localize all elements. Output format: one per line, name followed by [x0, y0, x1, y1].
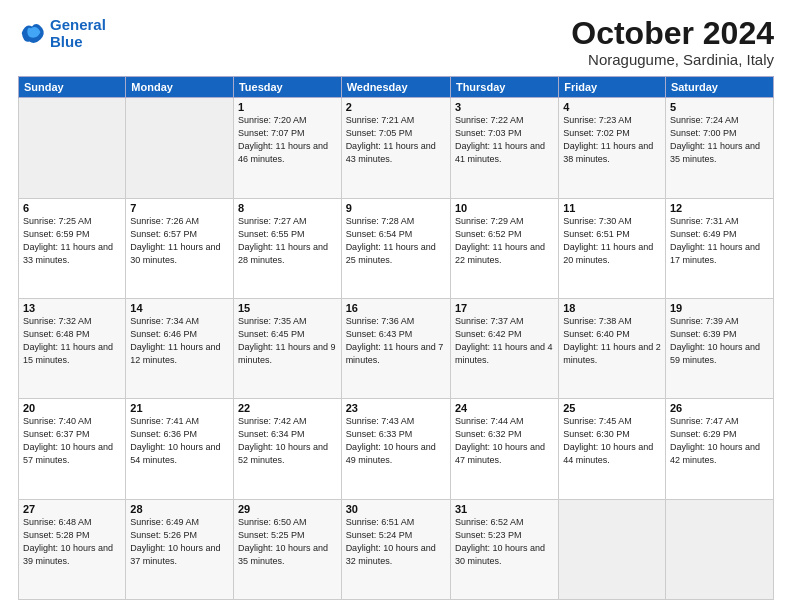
calendar-week-row: 6Sunrise: 7:25 AM Sunset: 6:59 PM Daylig… — [19, 198, 774, 298]
calendar-cell — [19, 98, 126, 198]
day-info: Sunrise: 7:43 AM Sunset: 6:33 PM Dayligh… — [346, 415, 446, 467]
calendar-week-row: 27Sunrise: 6:48 AM Sunset: 5:28 PM Dayli… — [19, 499, 774, 599]
day-number: 14 — [130, 302, 229, 314]
day-number: 8 — [238, 202, 337, 214]
day-info: Sunrise: 7:22 AM Sunset: 7:03 PM Dayligh… — [455, 114, 554, 166]
weekday-header: Wednesday — [341, 77, 450, 98]
day-number: 7 — [130, 202, 229, 214]
day-info: Sunrise: 7:34 AM Sunset: 6:46 PM Dayligh… — [130, 315, 229, 367]
title-block: October 2024 Noragugume, Sardinia, Italy — [571, 16, 774, 68]
calendar-cell: 19Sunrise: 7:39 AM Sunset: 6:39 PM Dayli… — [665, 298, 773, 398]
location-title: Noragugume, Sardinia, Italy — [571, 51, 774, 68]
day-number: 23 — [346, 402, 446, 414]
calendar-cell: 31Sunrise: 6:52 AM Sunset: 5:23 PM Dayli… — [450, 499, 558, 599]
day-info: Sunrise: 7:24 AM Sunset: 7:00 PM Dayligh… — [670, 114, 769, 166]
day-info: Sunrise: 7:29 AM Sunset: 6:52 PM Dayligh… — [455, 215, 554, 267]
day-number: 11 — [563, 202, 661, 214]
day-number: 13 — [23, 302, 121, 314]
day-info: Sunrise: 6:48 AM Sunset: 5:28 PM Dayligh… — [23, 516, 121, 568]
day-info: Sunrise: 6:50 AM Sunset: 5:25 PM Dayligh… — [238, 516, 337, 568]
calendar-cell: 24Sunrise: 7:44 AM Sunset: 6:32 PM Dayli… — [450, 399, 558, 499]
weekday-header: Friday — [559, 77, 666, 98]
day-number: 16 — [346, 302, 446, 314]
day-number: 24 — [455, 402, 554, 414]
calendar-cell: 15Sunrise: 7:35 AM Sunset: 6:45 PM Dayli… — [233, 298, 341, 398]
day-number: 18 — [563, 302, 661, 314]
day-info: Sunrise: 7:41 AM Sunset: 6:36 PM Dayligh… — [130, 415, 229, 467]
calendar-week-row: 1Sunrise: 7:20 AM Sunset: 7:07 PM Daylig… — [19, 98, 774, 198]
day-number: 15 — [238, 302, 337, 314]
day-number: 2 — [346, 101, 446, 113]
calendar-cell: 22Sunrise: 7:42 AM Sunset: 6:34 PM Dayli… — [233, 399, 341, 499]
day-info: Sunrise: 7:36 AM Sunset: 6:43 PM Dayligh… — [346, 315, 446, 367]
day-info: Sunrise: 7:20 AM Sunset: 7:07 PM Dayligh… — [238, 114, 337, 166]
day-number: 21 — [130, 402, 229, 414]
day-number: 26 — [670, 402, 769, 414]
calendar-cell — [665, 499, 773, 599]
calendar-cell: 14Sunrise: 7:34 AM Sunset: 6:46 PM Dayli… — [126, 298, 234, 398]
calendar-cell: 23Sunrise: 7:43 AM Sunset: 6:33 PM Dayli… — [341, 399, 450, 499]
calendar-table: SundayMondayTuesdayWednesdayThursdayFrid… — [18, 76, 774, 600]
day-number: 22 — [238, 402, 337, 414]
day-info: Sunrise: 7:39 AM Sunset: 6:39 PM Dayligh… — [670, 315, 769, 367]
day-number: 31 — [455, 503, 554, 515]
day-info: Sunrise: 7:35 AM Sunset: 6:45 PM Dayligh… — [238, 315, 337, 367]
calendar-cell: 2Sunrise: 7:21 AM Sunset: 7:05 PM Daylig… — [341, 98, 450, 198]
calendar-cell: 16Sunrise: 7:36 AM Sunset: 6:43 PM Dayli… — [341, 298, 450, 398]
calendar-cell: 10Sunrise: 7:29 AM Sunset: 6:52 PM Dayli… — [450, 198, 558, 298]
calendar-cell: 30Sunrise: 6:51 AM Sunset: 5:24 PM Dayli… — [341, 499, 450, 599]
day-info: Sunrise: 7:45 AM Sunset: 6:30 PM Dayligh… — [563, 415, 661, 467]
day-info: Sunrise: 7:28 AM Sunset: 6:54 PM Dayligh… — [346, 215, 446, 267]
calendar-cell: 5Sunrise: 7:24 AM Sunset: 7:00 PM Daylig… — [665, 98, 773, 198]
day-info: Sunrise: 6:49 AM Sunset: 5:26 PM Dayligh… — [130, 516, 229, 568]
calendar-cell: 12Sunrise: 7:31 AM Sunset: 6:49 PM Dayli… — [665, 198, 773, 298]
day-info: Sunrise: 7:40 AM Sunset: 6:37 PM Dayligh… — [23, 415, 121, 467]
day-info: Sunrise: 7:32 AM Sunset: 6:48 PM Dayligh… — [23, 315, 121, 367]
calendar-cell: 8Sunrise: 7:27 AM Sunset: 6:55 PM Daylig… — [233, 198, 341, 298]
day-info: Sunrise: 7:25 AM Sunset: 6:59 PM Dayligh… — [23, 215, 121, 267]
day-number: 12 — [670, 202, 769, 214]
day-number: 30 — [346, 503, 446, 515]
month-title: October 2024 — [571, 16, 774, 51]
weekday-header-row: SundayMondayTuesdayWednesdayThursdayFrid… — [19, 77, 774, 98]
calendar-cell — [126, 98, 234, 198]
day-number: 10 — [455, 202, 554, 214]
day-number: 3 — [455, 101, 554, 113]
calendar-week-row: 13Sunrise: 7:32 AM Sunset: 6:48 PM Dayli… — [19, 298, 774, 398]
day-number: 5 — [670, 101, 769, 113]
day-info: Sunrise: 6:51 AM Sunset: 5:24 PM Dayligh… — [346, 516, 446, 568]
calendar-cell: 11Sunrise: 7:30 AM Sunset: 6:51 PM Dayli… — [559, 198, 666, 298]
weekday-header: Saturday — [665, 77, 773, 98]
calendar-cell: 6Sunrise: 7:25 AM Sunset: 6:59 PM Daylig… — [19, 198, 126, 298]
calendar-cell: 13Sunrise: 7:32 AM Sunset: 6:48 PM Dayli… — [19, 298, 126, 398]
day-number: 28 — [130, 503, 229, 515]
weekday-header: Monday — [126, 77, 234, 98]
calendar-cell: 29Sunrise: 6:50 AM Sunset: 5:25 PM Dayli… — [233, 499, 341, 599]
day-number: 4 — [563, 101, 661, 113]
calendar-cell: 20Sunrise: 7:40 AM Sunset: 6:37 PM Dayli… — [19, 399, 126, 499]
day-info: Sunrise: 7:37 AM Sunset: 6:42 PM Dayligh… — [455, 315, 554, 367]
calendar-cell — [559, 499, 666, 599]
calendar-cell: 18Sunrise: 7:38 AM Sunset: 6:40 PM Dayli… — [559, 298, 666, 398]
calendar-cell: 25Sunrise: 7:45 AM Sunset: 6:30 PM Dayli… — [559, 399, 666, 499]
day-info: Sunrise: 7:38 AM Sunset: 6:40 PM Dayligh… — [563, 315, 661, 367]
calendar-cell: 1Sunrise: 7:20 AM Sunset: 7:07 PM Daylig… — [233, 98, 341, 198]
day-number: 17 — [455, 302, 554, 314]
calendar-cell: 9Sunrise: 7:28 AM Sunset: 6:54 PM Daylig… — [341, 198, 450, 298]
page: General Blue October 2024 Noragugume, Sa… — [0, 0, 792, 612]
calendar-cell: 7Sunrise: 7:26 AM Sunset: 6:57 PM Daylig… — [126, 198, 234, 298]
day-info: Sunrise: 7:44 AM Sunset: 6:32 PM Dayligh… — [455, 415, 554, 467]
logo-text: General Blue — [50, 16, 106, 51]
weekday-header: Sunday — [19, 77, 126, 98]
calendar-cell: 21Sunrise: 7:41 AM Sunset: 6:36 PM Dayli… — [126, 399, 234, 499]
day-info: Sunrise: 7:31 AM Sunset: 6:49 PM Dayligh… — [670, 215, 769, 267]
day-info: Sunrise: 7:23 AM Sunset: 7:02 PM Dayligh… — [563, 114, 661, 166]
day-number: 29 — [238, 503, 337, 515]
day-number: 19 — [670, 302, 769, 314]
day-number: 27 — [23, 503, 121, 515]
logo: General Blue — [18, 16, 106, 51]
calendar-cell: 4Sunrise: 7:23 AM Sunset: 7:02 PM Daylig… — [559, 98, 666, 198]
calendar-week-row: 20Sunrise: 7:40 AM Sunset: 6:37 PM Dayli… — [19, 399, 774, 499]
weekday-header: Thursday — [450, 77, 558, 98]
day-number: 25 — [563, 402, 661, 414]
